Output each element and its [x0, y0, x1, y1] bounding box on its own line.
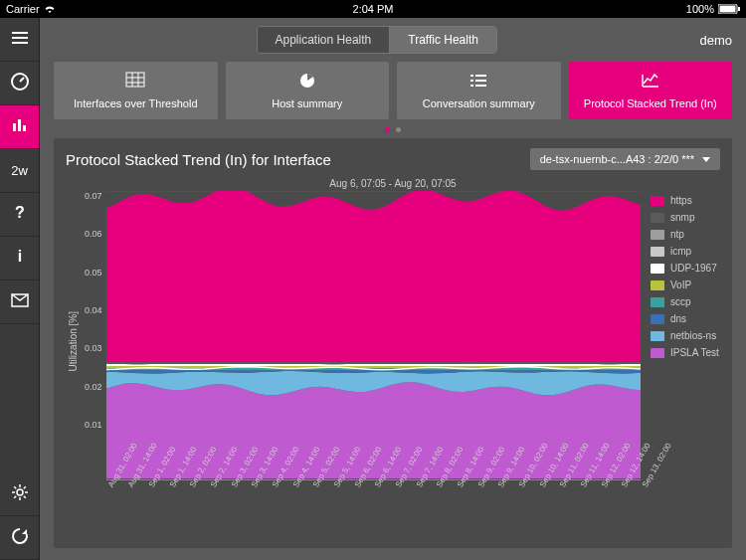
timerange-label: 2w [11, 163, 28, 178]
chart-plot[interactable] [106, 191, 641, 480]
tile-label: Conversation summary [423, 97, 535, 109]
interface-select[interactable]: de-tsx-nuernb-c...A43 : 2/2/0 *** [530, 148, 720, 170]
sidebar-item-refresh[interactable] [0, 516, 39, 560]
legend-label: VoIP [670, 280, 691, 290]
menu-icon [10, 28, 30, 52]
tile-protocol-trend-in[interactable]: Protocol Stacked Trend (In) [569, 62, 733, 119]
legend-swatch [651, 247, 664, 257]
legend-label: dns [670, 313, 686, 324]
legend-swatch [651, 230, 664, 240]
legend-item[interactable]: ntp [651, 229, 720, 240]
info-icon: i [10, 247, 30, 271]
tile-label: Interfaces over Threshold [74, 97, 198, 109]
sidebar: 2w ? i [0, 18, 40, 560]
mail-icon [10, 290, 30, 314]
sidebar-item-help[interactable]: ? [0, 193, 39, 237]
tile-host-summary[interactable]: Host summary [226, 62, 390, 119]
legend-label: icmp [670, 246, 691, 257]
legend-swatch [651, 264, 664, 274]
svg-rect-8 [126, 73, 144, 87]
legend-item[interactable]: VoIP [651, 280, 720, 290]
chart-panel: Protocol Stacked Trend (In) for Interfac… [54, 138, 732, 548]
tile-label: Host summary [272, 97, 342, 109]
legend-label: sccp [670, 296, 691, 307]
carrier-label: Carrier [6, 3, 40, 15]
user-label: demo [699, 33, 732, 48]
wifi-icon [44, 4, 56, 14]
list-icon [468, 72, 488, 93]
pie-icon [297, 72, 317, 93]
tile-label: Protocol Stacked Trend (In) [584, 97, 717, 109]
legend-item[interactable]: icmp [651, 246, 720, 257]
legend-label: ntp [670, 229, 684, 240]
tab-application-health[interactable]: Application Health [258, 27, 390, 53]
sidebar-item-settings[interactable] [0, 472, 39, 516]
y-axis-ticks: 0.070.060.050.040.030.020.01 [81, 191, 106, 430]
legend-swatch [651, 314, 664, 324]
legend-swatch [651, 213, 664, 223]
line-chart-icon [641, 72, 660, 93]
legend-item[interactable]: netbios-ns [651, 330, 720, 341]
page-dots [40, 125, 746, 138]
legend-item[interactable]: https [651, 195, 720, 206]
legend-swatch [651, 280, 664, 290]
legend-item[interactable]: dns [651, 313, 720, 324]
health-segmented-control: Application Health Traffic Health [257, 26, 497, 54]
header: Application Health Traffic Health demo [40, 18, 746, 62]
page-dot[interactable] [396, 127, 401, 132]
battery-pct: 100% [686, 3, 714, 15]
panel-title: Protocol Stacked Trend (In) for Interfac… [66, 151, 331, 168]
legend-item[interactable]: snmp [651, 212, 720, 223]
legend-item[interactable]: sccp [651, 296, 720, 307]
chart-range-label: Aug 6, 07:05 - Aug 20, 07:05 [66, 178, 720, 189]
interface-selected-label: de-tsx-nuernb-c...A43 : 2/2/0 *** [540, 153, 694, 165]
svg-point-7 [17, 489, 23, 495]
tile-conversation-summary[interactable]: Conversation summary [397, 62, 561, 119]
summary-tiles: Interfaces over Threshold Host summary C… [40, 62, 746, 125]
legend-label: IPSLA Test [670, 347, 719, 358]
svg-text:i: i [17, 248, 21, 265]
legend-swatch [651, 331, 664, 341]
grid-icon [125, 72, 145, 93]
sidebar-item-info[interactable]: i [0, 237, 39, 280]
gauge-icon [10, 72, 30, 95]
bars-icon [10, 115, 30, 139]
legend-item[interactable]: IPSLA Test [651, 347, 720, 358]
main-content: Application Health Traffic Health demo I… [40, 18, 746, 560]
help-icon: ? [10, 203, 30, 227]
svg-rect-1 [720, 6, 736, 13]
legend-label: netbios-ns [670, 330, 716, 341]
sidebar-item-stats[interactable] [0, 105, 39, 149]
legend-item[interactable]: UDP-1967 [651, 263, 720, 274]
x-axis-ticks: Aug 31, 02:00Aug 31, 14:00Sep 1, 02:00Se… [106, 480, 641, 542]
y-axis-label: Utilization [%] [66, 311, 81, 372]
legend-label: UDP-1967 [670, 263, 717, 274]
legend-swatch [651, 348, 664, 358]
chevron-down-icon [702, 157, 710, 162]
chart-legend: httpssnmpntpicmpUDP-1967VoIPsccpdnsnetbi… [641, 191, 720, 542]
sidebar-item-dashboard[interactable] [0, 62, 39, 105]
tab-traffic-health[interactable]: Traffic Health [389, 27, 496, 53]
legend-label: https [670, 195, 692, 206]
clock: 2:04 PM [251, 3, 495, 15]
svg-rect-2 [738, 7, 740, 11]
gear-icon [10, 482, 30, 506]
device-status-bar: Carrier 2:04 PM 100% [0, 0, 746, 18]
battery-icon [718, 4, 740, 14]
legend-swatch [651, 297, 664, 307]
page-dot[interactable] [385, 127, 390, 132]
sidebar-item-menu[interactable] [0, 18, 39, 62]
sidebar-item-mail[interactable] [0, 280, 39, 324]
tile-interfaces-threshold[interactable]: Interfaces over Threshold [54, 62, 218, 119]
chart-area: Utilization [%] 0.070.060.050.040.030.02… [66, 191, 641, 542]
refresh-icon [10, 526, 30, 550]
legend-swatch [651, 196, 664, 206]
sidebar-item-timerange[interactable]: 2w [0, 149, 39, 193]
legend-label: snmp [670, 212, 694, 223]
svg-text:?: ? [15, 204, 25, 221]
